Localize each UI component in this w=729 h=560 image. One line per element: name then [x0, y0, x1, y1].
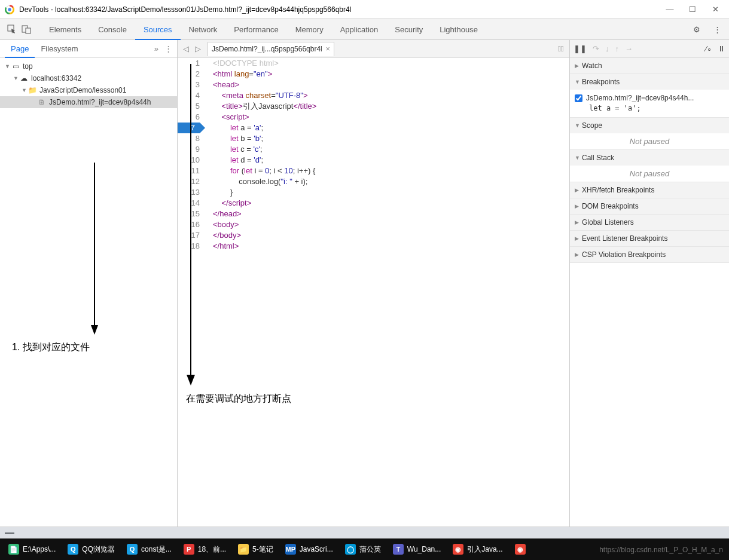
- taskbar-app-icon: MP: [285, 544, 296, 555]
- editor-tab[interactable]: JsDemo.html?_ij...q5pspg566qbr4l ×: [208, 42, 334, 56]
- tree-host[interactable]: ▼☁localhost:63342: [0, 72, 177, 84]
- code-line[interactable]: let b = 'b';: [213, 133, 569, 144]
- tab-console[interactable]: Console: [90, 19, 135, 40]
- tab-sources[interactable]: Sources: [135, 19, 181, 40]
- annotation-center: 在需要调试的地方打断点: [186, 393, 291, 405]
- tab-memory[interactable]: Memory: [287, 19, 332, 40]
- gutter-line[interactable]: 15: [178, 209, 200, 219]
- section-breakpoints[interactable]: ▼Breakpoints: [570, 74, 729, 90]
- close-button[interactable]: ✕: [711, 5, 719, 14]
- nav-menu-icon[interactable]: ⋮: [164, 44, 172, 53]
- more-icon[interactable]: ⋮: [710, 22, 724, 36]
- taskbar-label: QQ浏览器: [82, 544, 115, 555]
- taskbar-item[interactable]: ◯蒲公英: [340, 540, 386, 558]
- step-into-icon[interactable]: ↓: [605, 44, 609, 53]
- inspect-icon[interactable]: [5, 22, 19, 36]
- gutter-line[interactable]: 7: [178, 123, 200, 133]
- code-editor[interactable]: 123456789101112131415161718 <!DOCTYPE ht…: [178, 58, 569, 527]
- code-line[interactable]: </body>: [213, 230, 569, 241]
- tab-lighthouse[interactable]: Lighthouse: [431, 19, 486, 40]
- nav-tab-filesystem[interactable]: Filesystem: [35, 40, 84, 58]
- run-snippet-icon[interactable]: ▶⃞: [555, 44, 567, 53]
- gutter-line[interactable]: 2: [178, 69, 200, 79]
- taskbar-item[interactable]: 📄E:\Apps\...: [4, 540, 60, 558]
- gutter-line[interactable]: 18: [178, 241, 200, 252]
- pause-exceptions-icon[interactable]: ⏸: [718, 44, 725, 53]
- code-line[interactable]: <meta charset="UTF-8">: [213, 90, 569, 101]
- device-toggle-icon[interactable]: [19, 22, 33, 36]
- code-line[interactable]: </script>: [213, 198, 569, 209]
- tree-file[interactable]: 🗎JsDemo.html?_ijt=dcev8p4s44h: [0, 96, 177, 108]
- code-line[interactable]: <body>: [213, 219, 569, 230]
- gutter-line[interactable]: 1: [178, 58, 200, 69]
- code-line[interactable]: let a = 'a';: [213, 123, 569, 133]
- nav-tab-page[interactable]: Page: [5, 40, 35, 58]
- taskbar-item[interactable]: ◉引入Java...: [448, 540, 507, 558]
- section-scope[interactable]: ▼Scope: [570, 118, 729, 133]
- tab-performance[interactable]: Performance: [225, 19, 286, 40]
- code-line[interactable]: let d = 'd';: [213, 155, 569, 166]
- breakpoint-item[interactable]: JsDemo.html?_ijt=dcev8p4s44h...: [575, 92, 724, 104]
- taskbar-item[interactable]: MPJavaScri...: [280, 540, 338, 558]
- tab-elements[interactable]: Elements: [41, 19, 90, 40]
- step-icon[interactable]: →: [625, 44, 633, 53]
- gutter-line[interactable]: 13: [178, 187, 200, 198]
- section-global[interactable]: ▶Global Listeners: [570, 215, 729, 230]
- tab-network[interactable]: Network: [181, 19, 226, 40]
- console-drawer-handle[interactable]: [0, 527, 729, 538]
- gutter-line[interactable]: 14: [178, 198, 200, 209]
- step-over-icon[interactable]: ↷: [593, 44, 599, 53]
- section-callstack[interactable]: ▼Call Stack: [570, 150, 729, 166]
- section-xhr[interactable]: ▶XHR/fetch Breakpoints: [570, 182, 729, 198]
- code-line[interactable]: console.log("i: " + i);: [213, 176, 569, 187]
- editor-tab-close-icon[interactable]: ×: [326, 45, 330, 53]
- tree-folder[interactable]: ▼📁JavaScriptDemo/lessson01: [0, 84, 177, 96]
- code-line[interactable]: <head>: [213, 79, 569, 90]
- minimize-button[interactable]: —: [666, 5, 674, 14]
- code-line[interactable]: <html lang="en">: [213, 69, 569, 79]
- gutter-line[interactable]: 11: [178, 166, 200, 176]
- code-line[interactable]: <script>: [213, 112, 569, 123]
- taskbar-item[interactable]: TWu_Dan...: [388, 540, 446, 558]
- pause-icon[interactable]: ❚❚: [574, 44, 587, 53]
- code-line[interactable]: }: [213, 187, 569, 198]
- code-line[interactable]: for (let i = 0; i < 10; i++) {: [213, 166, 569, 176]
- taskbar-label: E:\Apps\...: [23, 545, 56, 553]
- gutter-line[interactable]: 17: [178, 230, 200, 241]
- step-out-icon[interactable]: ↑: [615, 44, 620, 53]
- gutter-line[interactable]: 8: [178, 133, 200, 144]
- gutter-line[interactable]: 5: [178, 101, 200, 112]
- nav-more-icon[interactable]: »: [154, 44, 158, 53]
- tab-application[interactable]: Application: [332, 19, 387, 40]
- code-line[interactable]: let c = 'c';: [213, 144, 569, 155]
- tree-root[interactable]: ▼▭top: [0, 60, 177, 72]
- code-line[interactable]: <title>引入Javascript</title>: [213, 101, 569, 112]
- code-line[interactable]: </html>: [213, 241, 569, 252]
- section-watch[interactable]: ▶Watch: [570, 58, 729, 74]
- taskbar-item[interactable]: QQQ浏览器: [63, 540, 120, 558]
- taskbar-item[interactable]: Qconst是...: [122, 540, 176, 558]
- gutter-line[interactable]: 4: [178, 90, 200, 101]
- gutter-line[interactable]: 9: [178, 144, 200, 155]
- settings-icon[interactable]: ⚙: [690, 22, 704, 36]
- section-event[interactable]: ▶Event Listener Breakpoints: [570, 231, 729, 246]
- gutter-line[interactable]: 10: [178, 155, 200, 166]
- section-dom[interactable]: ▶DOM Breakpoints: [570, 198, 729, 214]
- taskbar-item[interactable]: 📁5-笔记: [233, 540, 278, 558]
- taskbar-item[interactable]: P18、前...: [179, 540, 231, 558]
- nav-next-icon[interactable]: ▷: [192, 44, 204, 53]
- deactivate-breakpoints-icon[interactable]: ⁄∘: [706, 44, 712, 53]
- gutter-line[interactable]: 16: [178, 219, 200, 230]
- nav-prev-icon[interactable]: ◁: [180, 44, 192, 53]
- taskbar-item[interactable]: ◉: [510, 540, 530, 558]
- section-csp[interactable]: ▶CSP Violation Breakpoints: [570, 247, 729, 262]
- gutter-line[interactable]: 12: [178, 176, 200, 187]
- taskbar-app-icon: Q: [68, 544, 78, 555]
- gutter-line[interactable]: 3: [178, 79, 200, 90]
- tab-security[interactable]: Security: [386, 19, 431, 40]
- maximize-button[interactable]: ☐: [688, 5, 697, 14]
- gutter-line[interactable]: 6: [178, 112, 200, 123]
- breakpoint-checkbox[interactable]: [575, 94, 582, 102]
- code-line[interactable]: <!DOCTYPE html>: [213, 58, 569, 69]
- code-line[interactable]: </head>: [213, 209, 569, 219]
